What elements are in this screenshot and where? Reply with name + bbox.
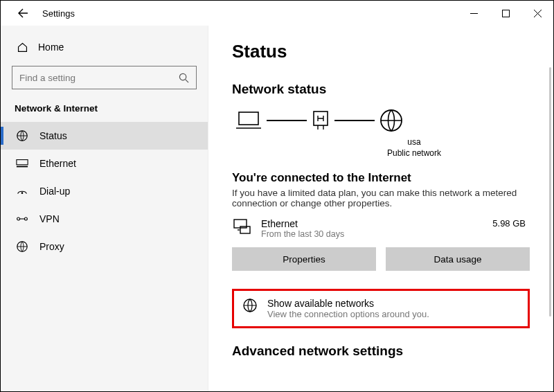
network-name: usa [298,137,530,148]
adapter-name: Ethernet [261,218,344,229]
diagram-label: usa Public network [298,137,530,159]
home-label: Home [38,42,64,53]
sidebar-item-label: Status [39,130,67,141]
sidebar-item-proxy[interactable]: Proxy [1,233,208,260]
advanced-heading: Advanced network settings [232,344,530,359]
sidebar-item-vpn[interactable]: VPN [1,205,208,233]
back-button[interactable] [13,3,33,23]
sidebar-item-label: Dial-up [39,186,70,197]
dialup-icon [16,185,28,197]
close-button[interactable] [521,3,553,24]
minimize-icon [470,10,478,17]
connector-line [334,120,375,121]
sidebar-item-dialup[interactable]: Dial-up [1,177,208,205]
properties-button[interactable]: Properties [232,247,376,271]
adapter-icon [232,218,251,235]
search-icon [179,73,189,83]
status-icon [16,130,28,142]
svg-point-7 [24,217,27,220]
maximize-button[interactable] [490,3,521,24]
minimize-button[interactable] [458,3,490,24]
sidebar-item-status[interactable]: Status [1,122,208,150]
show-networks-title: Show available networks [267,298,429,309]
svg-rect-9 [239,112,258,125]
adapter-row: Ethernet From the last 30 days 5.98 GB [232,218,530,239]
router-icon [311,110,330,131]
adapter-usage: 5.98 GB [492,218,530,229]
globe-icon [379,108,404,133]
ethernet-icon [16,157,28,170]
network-diagram [235,108,530,133]
search-box[interactable] [12,66,197,89]
svg-rect-4 [17,166,28,168]
data-usage-button[interactable]: Data usage [386,247,530,271]
globe-icon [242,298,258,313]
svg-point-6 [17,217,20,220]
show-networks-link[interactable]: Show available networks View the connect… [232,289,530,328]
maximize-icon [502,10,510,17]
proxy-icon [16,240,28,253]
scrollbar[interactable] [549,67,551,317]
show-networks-sub: View the connection options around you. [267,309,429,319]
arrow-left-icon [17,8,28,19]
sidebar-item-label: Ethernet [39,158,76,169]
svg-rect-3 [17,160,28,165]
section-title: Network status [232,82,530,97]
sidebar-item-label: VPN [39,213,60,224]
home-link[interactable]: Home [1,37,208,66]
search-input[interactable] [19,73,179,83]
network-type: Public network [298,148,530,159]
svg-rect-0 [502,10,509,17]
laptop-icon [235,110,262,131]
vpn-icon [16,213,28,225]
home-icon [16,41,28,53]
close-icon [534,10,542,17]
svg-point-1 [179,73,186,80]
adapter-sub: From the last 30 days [261,229,344,239]
sidebar-item-label: Proxy [39,241,64,252]
content-pane: Status Network status usa Public network… [208,26,553,391]
sidebar: Home Network & Internet Status Ethernet [1,26,208,391]
window-title: Settings [42,8,75,19]
category-heading: Network & Internet [1,102,208,122]
sidebar-item-ethernet[interactable]: Ethernet [1,150,208,177]
connected-body: If you have a limited data plan, you can… [232,188,523,208]
connector-line [267,120,307,121]
svg-point-5 [21,192,24,194]
connected-heading: You're connected to the Internet [232,171,530,185]
page-title: Status [232,41,530,62]
